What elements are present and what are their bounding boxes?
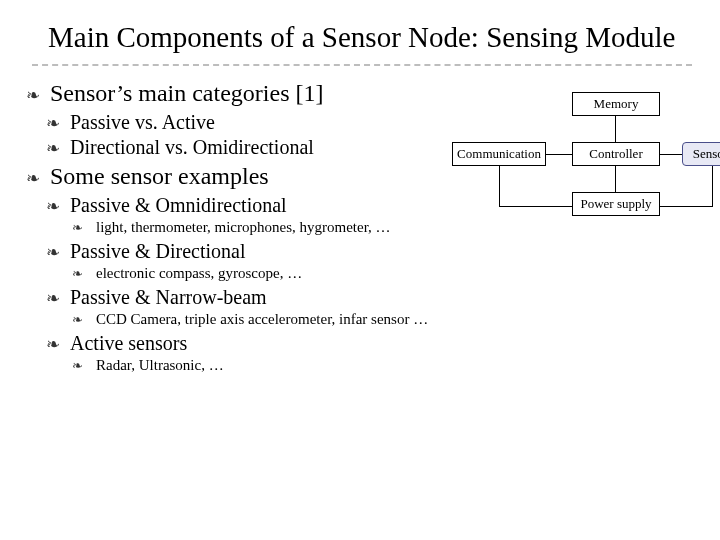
bullet-icon: ❧ <box>46 113 70 134</box>
bullet-icon: ❧ <box>72 220 96 235</box>
bullet-icon: ❧ <box>72 266 96 281</box>
content-area: ❧ Sensor’s main categories [1] ❧ Passive… <box>48 80 692 374</box>
item-directional-ex: ❧ Passive & Directional <box>46 240 692 263</box>
box-memory: Memory <box>572 92 660 116</box>
connector-line <box>660 154 682 155</box>
bullet-icon: ❧ <box>46 288 70 309</box>
bullet-icon: ❧ <box>46 334 70 355</box>
item-active: ❧ Active sensors <box>46 332 692 355</box>
bullet-icon: ❧ <box>46 242 70 263</box>
heading-examples: Some sensor examples <box>50 163 269 190</box>
detail-directional: ❧ electronic compass, gyroscope, … <box>72 265 692 282</box>
bullet-icon: ❧ <box>46 196 70 217</box>
detail-narrow: ❧ CCD Camera, triple axis accelerometer,… <box>72 311 692 328</box>
architecture-diagram: Memory Communication Controller Sensors … <box>432 92 712 222</box>
bullet-icon: ❧ <box>72 358 96 373</box>
connector-line <box>712 166 713 207</box>
slide-title: Main Components of a Sensor Node: Sensin… <box>48 20 692 54</box>
item-narrow: ❧ Passive & Narrow-beam <box>46 286 692 309</box>
connector-line <box>660 206 712 207</box>
bullet-icon: ❧ <box>26 85 50 106</box>
connector-line <box>499 166 500 207</box>
slide: Main Components of a Sensor Node: Sensin… <box>0 0 720 540</box>
box-sensors: Sensors <box>682 142 720 166</box>
connector-line <box>499 206 572 207</box>
box-communication: Communication <box>452 142 546 166</box>
title-divider <box>32 64 692 66</box>
bullet-icon: ❧ <box>26 168 50 189</box>
heading-categories: Sensor’s main categories [1] <box>50 80 323 107</box>
connector-line <box>615 116 616 142</box>
bullet-icon: ❧ <box>46 138 70 159</box>
box-controller: Controller <box>572 142 660 166</box>
connector-line <box>546 154 572 155</box>
box-power: Power supply <box>572 192 660 216</box>
connector-line <box>615 166 616 192</box>
bullet-icon: ❧ <box>72 312 96 327</box>
detail-active: ❧ Radar, Ultrasonic, … <box>72 357 692 374</box>
